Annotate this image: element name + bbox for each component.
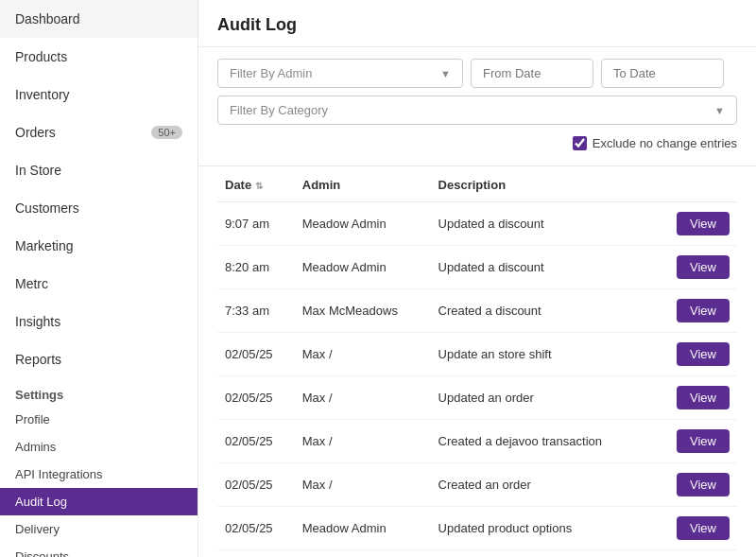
cell-admin-2: Max McMeadows [295,289,431,333]
sidebar-sub-item-delivery[interactable]: Delivery [0,515,198,543]
sidebar-item-dashboard[interactable]: Dashboard [0,0,198,38]
col-header-action [654,166,737,202]
exclude-checkbox[interactable] [573,136,587,150]
chevron-down-icon: ▼ [440,68,451,79]
table-row: 02/05/25Max /Created a dejavoo transacti… [217,420,737,463]
cell-description-6: Created an order [431,463,654,507]
filter-category-dropdown[interactable]: Filter By Category ▼ [217,96,737,125]
sidebar-item-inventory[interactable]: Inventory [0,76,198,113]
cell-date-7: 02/05/25 [217,507,295,550]
view-button-0[interactable]: View [677,212,730,235]
sidebar-item-label-metrc: Metrc [15,276,48,291]
cell-action-4: View [654,376,737,420]
sidebar-sub-item-profile[interactable]: Profile [0,406,198,433]
filter-admin-label: Filter By Admin [230,66,312,80]
cell-description-4: Updated an order [431,376,654,420]
table-row: 02/04/25Max /Updated an orderView [217,550,737,558]
filters-area: Filter By Admin ▼ Filter By Category ▼ E… [198,47,756,166]
table-header: Date⇅AdminDescription [217,166,737,202]
col-header-admin: Admin [295,166,431,202]
sidebar-item-metrc[interactable]: Metrc [0,265,198,303]
sidebar-item-marketing[interactable]: Marketing [0,227,198,265]
view-button-2[interactable]: View [677,299,730,322]
sidebar-item-label-reports: Reports [15,352,61,367]
cell-admin-6: Max / [295,463,431,507]
sidebar-item-label-customers: Customers [15,200,79,216]
cell-admin-0: Meadow Admin [295,202,431,246]
view-button-1[interactable]: View [677,255,730,279]
sidebar-item-products[interactable]: Products [0,38,198,76]
sidebar-item-label-products: Products [15,49,67,64]
cell-date-2: 7:33 am [217,289,295,333]
view-button-5[interactable]: View [677,429,730,453]
cell-admin-1: Meadow Admin [295,246,431,289]
col-header-description: Description [431,166,654,202]
chevron-down-icon-2: ▼ [714,105,725,116]
cell-description-1: Updated a discount [431,246,654,289]
cell-date-6: 02/05/25 [217,463,295,507]
cell-description-0: Updated a discount [431,202,654,246]
sidebar-sub-item-admins[interactable]: Admins [0,433,198,461]
filter-row-1: Filter By Admin ▼ [217,59,737,88]
cell-action-7: View [654,507,737,550]
audit-log-table-container: Date⇅AdminDescription 9:07 amMeadow Admi… [198,166,756,557]
sidebar-item-label-orders: Orders [15,125,56,140]
sidebar-item-instore[interactable]: In Store [0,151,198,189]
cell-action-8: View [654,550,737,558]
view-button-4[interactable]: View [677,386,730,409]
cell-action-3: View [654,333,737,376]
sidebar-item-label-instore: In Store [15,163,61,178]
page-title: Audit Log [217,15,737,35]
sidebar-item-customers[interactable]: Customers [0,189,198,227]
cell-description-5: Created a dejavoo transaction [431,420,654,463]
table-body: 9:07 amMeadow AdminUpdated a discountVie… [217,202,737,558]
sidebar-item-label-insights: Insights [15,314,60,329]
audit-log-table: Date⇅AdminDescription 9:07 amMeadow Admi… [217,166,737,557]
sidebar-item-orders[interactable]: Orders50+ [0,113,198,151]
cell-date-0: 9:07 am [217,202,295,246]
table-row: 9:07 amMeadow AdminUpdated a discountVie… [217,202,737,246]
sidebar-item-insights[interactable]: Insights [0,303,198,340]
cell-admin-4: Max / [295,376,431,420]
table-row: 02/05/25Max /Updated an orderView [217,376,737,420]
sidebar-item-reports[interactable]: Reports [0,340,198,378]
sidebar-item-label-dashboard: Dashboard [15,11,80,26]
exclude-label: Exclude no change entries [593,136,737,150]
settings-section-label: Settings [0,378,198,406]
cell-action-2: View [654,289,737,333]
sidebar-sub-item-audit-log[interactable]: Audit Log [0,488,198,515]
filter-admin-dropdown[interactable]: Filter By Admin ▼ [217,59,463,88]
view-button-3[interactable]: View [677,342,730,366]
to-date-input[interactable] [601,59,724,88]
table-row: 7:33 amMax McMeadowsCreated a discountVi… [217,289,737,333]
cell-admin-7: Meadow Admin [295,507,431,550]
cell-date-3: 02/05/25 [217,333,295,376]
cell-action-0: View [654,202,737,246]
sort-icon: ⇅ [255,181,263,191]
filter-row-2: Filter By Category ▼ [217,96,737,125]
filter-category-label: Filter By Category [230,103,328,117]
exclude-row: Exclude no change entries [217,132,737,154]
sidebar-sub-item-api-integrations[interactable]: API Integrations [0,461,198,488]
cell-description-3: Update an store shift [431,333,654,376]
cell-action-1: View [654,246,737,289]
view-button-7[interactable]: View [677,516,730,540]
cell-admin-3: Max / [295,333,431,376]
cell-description-8: Updated an order [431,550,654,558]
sidebar-item-label-inventory: Inventory [15,87,70,102]
sidebar-item-label-marketing: Marketing [15,238,73,253]
cell-admin-5: Max / [295,420,431,463]
cell-description-2: Created a discount [431,289,654,333]
cell-action-5: View [654,420,737,463]
view-button-6[interactable]: View [677,473,730,496]
sidebar-sub-item-discounts[interactable]: Discounts [0,543,198,557]
cell-date-4: 02/05/25 [217,376,295,420]
cell-date-1: 8:20 am [217,246,295,289]
table-row: 02/05/25Max /Update an store shiftView [217,333,737,376]
from-date-input[interactable] [471,59,593,88]
page-header: Audit Log [198,0,756,47]
cell-date-5: 02/05/25 [217,420,295,463]
table-row: 02/05/25Meadow AdminUpdated product opti… [217,507,737,550]
main-content: Audit Log Filter By Admin ▼ Filter By Ca… [198,0,756,557]
col-header-date[interactable]: Date⇅ [217,166,295,202]
